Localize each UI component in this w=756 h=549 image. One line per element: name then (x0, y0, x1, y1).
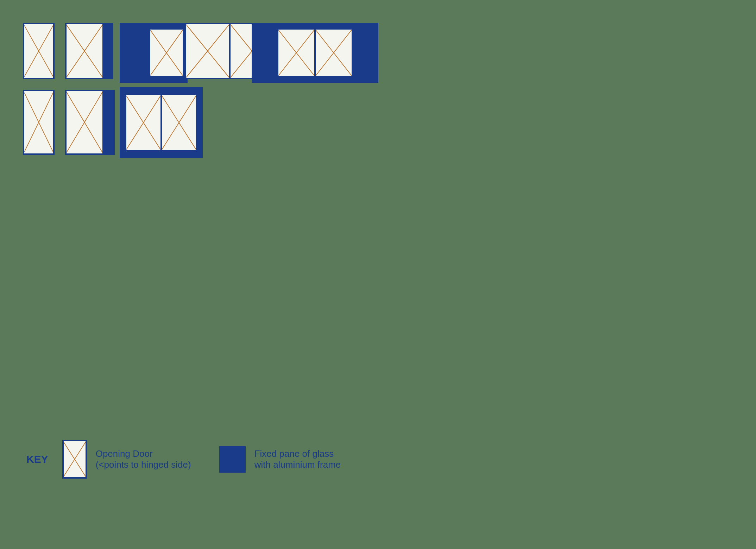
fixed-pane-title: Fixed pane of glass (254, 448, 341, 459)
opening-door-subtitle: (<points to hinged side) (96, 459, 191, 470)
key-label: KEY (26, 453, 48, 465)
fixed-pane-subtitle: with aluminium frame (254, 459, 341, 470)
key-fixed-pane-icon (219, 446, 246, 473)
key-opening-door-icon (62, 440, 87, 479)
opening-door-title: Opening Door (96, 448, 191, 459)
